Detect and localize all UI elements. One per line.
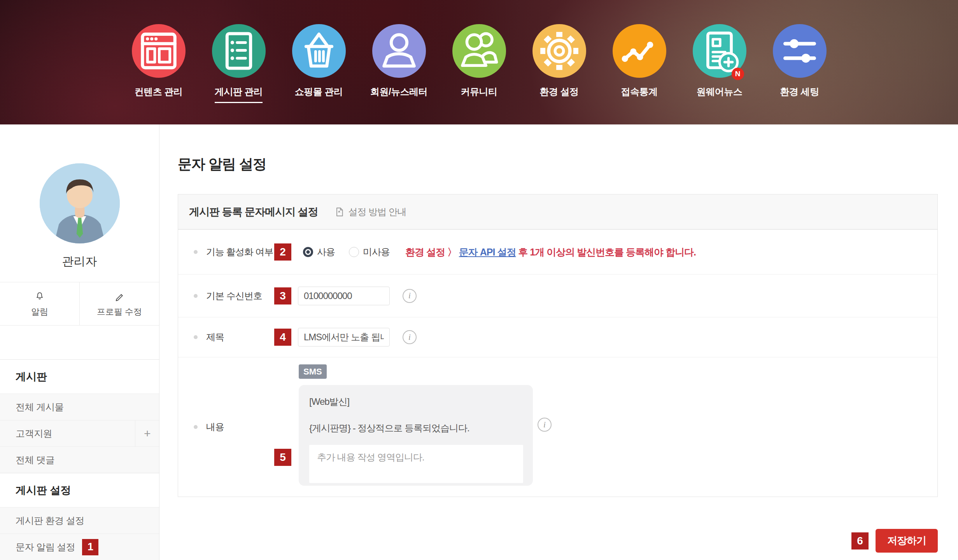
nav-item-shop-management[interactable]: 쇼핑몰 관리	[279, 24, 359, 103]
nav-label: 커뮤니티	[461, 86, 497, 103]
warning-text: 환경 설정 〉 문자 API 설정 후 1개 이상의 발신번호를 등록해야 합니…	[405, 246, 696, 259]
radio-not-use[interactable]: 미사용	[349, 246, 390, 258]
radio-selected-icon[interactable]	[303, 247, 313, 257]
notifications-label: 알림	[31, 306, 48, 318]
nav-item-env-setting[interactable]: 환경 세팅	[760, 24, 840, 103]
nav-label: 회원/뉴스레터	[370, 86, 427, 103]
bell-icon	[33, 290, 46, 303]
sms-settings-panel: 게시판 등록 문자메시지 설정 설정 방법 안내 기능 활성화 여부	[178, 194, 938, 497]
edit-profile-label: 프로필 수정	[97, 306, 142, 318]
menu-item-label: 전체 게시물	[16, 401, 64, 413]
content-textarea[interactable]: 추가 내용 작성 영역입니다.	[309, 445, 523, 483]
menu-item-label: 고객지원	[0, 420, 135, 446]
nav-item-member-newsletter[interactable]: 회원/뉴스레터	[359, 24, 439, 103]
guide-link[interactable]: 설정 방법 안내	[335, 206, 406, 218]
step-5-badge: 5	[274, 449, 291, 466]
sms-api-settings-link[interactable]: 문자 API 설정	[459, 247, 516, 257]
member-newsletter-icon	[372, 24, 426, 78]
notifications-button[interactable]: 알림	[0, 282, 80, 325]
nav-item-statistics[interactable]: 접속통계	[599, 24, 680, 103]
radio-not-use-label: 미사용	[363, 246, 390, 258]
new-badge: N	[732, 68, 744, 80]
warning-post: 후 1개 이상의 발신번호를 등록해야 합니다.	[516, 247, 696, 257]
menu-section-board-settings: 게시판 설정	[0, 473, 159, 507]
nav-item-settings[interactable]: 환경 설정	[519, 24, 599, 103]
row-message-content: 내용 5 SMS [Web발신] {게시판명} - 정상적으로 등록되었습니다.…	[178, 357, 937, 497]
menu-item-label: 문자 알림 설정	[16, 541, 75, 553]
subject-input[interactable]	[298, 328, 390, 346]
side-menu: 게시판 전체 게시물 고객지원 + 전체 댓글 게시판 설정 게시판 환경 설정…	[0, 359, 159, 560]
menu-item-label: 게시판 환경 설정	[16, 514, 84, 527]
nav-item-content-management[interactable]: 컨텐츠 관리	[119, 24, 199, 103]
message-preview-box: [Web발신] {게시판명} - 정상적으로 등록되었습니다. 추가 내용 작성…	[299, 385, 533, 486]
radio-use[interactable]: 사용	[303, 246, 335, 258]
info-icon[interactable]: i	[403, 330, 417, 344]
row-enable-feature: 기능 활성화 여부 2 사용 미사용 환경 설정 〉 문자 API 설정 후 1…	[178, 229, 937, 274]
bullet-icon	[194, 425, 198, 429]
subject-label: 제목	[206, 331, 224, 343]
enable-radio-group: 사용 미사용	[303, 246, 390, 258]
info-icon[interactable]: i	[538, 418, 552, 432]
edit-profile-button[interactable]: 프로필 수정	[80, 282, 159, 325]
sliders-icon	[773, 24, 827, 78]
sidebar: 관리자 알림 프로필 수정 게시판 전체 게시물	[0, 124, 159, 560]
main-content: 문자 알림 설정 게시판 등록 문자메시지 설정 설정 방법 안내	[160, 124, 958, 560]
nav-item-oneware-news[interactable]: N 원웨어뉴스	[680, 24, 760, 103]
profile-actions: 알림 프로필 수정	[0, 282, 159, 326]
community-icon	[452, 24, 506, 78]
top-nav: 컨텐츠 관리 게시판 관리	[0, 0, 958, 103]
bullet-icon	[194, 294, 198, 298]
page-title: 문자 알림 설정	[178, 155, 958, 174]
nav-label: 원웨어뉴스	[697, 86, 743, 103]
save-button[interactable]: 저장하기	[876, 529, 938, 553]
step-6-badge: 6	[851, 532, 869, 550]
phone-input[interactable]	[298, 287, 390, 305]
menu-section-board: 게시판	[0, 359, 159, 394]
menu-item-label: 전체 댓글	[16, 454, 54, 466]
guide-link-label: 설정 방법 안내	[349, 206, 406, 218]
board-management-icon	[212, 24, 266, 78]
menu-item-board-env-settings[interactable]: 게시판 환경 설정	[0, 507, 159, 534]
profile-name: 관리자	[0, 254, 159, 270]
add-board-button[interactable]: +	[135, 420, 159, 446]
row-subject: 제목 4 i	[178, 317, 937, 357]
settings-gear-icon	[532, 24, 586, 78]
statistics-icon	[613, 24, 666, 78]
step-3-badge: 3	[274, 287, 291, 304]
menu-item-all-comments[interactable]: 전체 댓글	[0, 446, 159, 473]
content-management-icon	[132, 24, 186, 78]
phone-label: 기본 수신번호	[206, 290, 262, 302]
nav-label-active: 게시판 관리	[215, 86, 263, 103]
info-icon[interactable]: i	[403, 289, 417, 303]
pencil-icon	[113, 290, 126, 303]
nav-label: 접속통계	[621, 86, 658, 103]
sms-tag: SMS	[299, 364, 327, 379]
message-content-col: SMS [Web발신] {게시판명} - 정상적으로 등록되었습니다. 추가 내…	[299, 357, 533, 486]
top-banner: 컨텐츠 관리 게시판 관리	[0, 0, 958, 124]
bullet-icon	[194, 335, 198, 339]
menu-item-customer-support[interactable]: 고객지원 +	[0, 420, 159, 446]
step-2-badge: 2	[274, 243, 291, 261]
avatar	[40, 163, 120, 243]
nav-label: 환경 세팅	[780, 86, 819, 103]
nav-item-board-management[interactable]: 게시판 관리	[199, 24, 279, 103]
bullet-icon	[194, 250, 198, 254]
menu-item-all-posts[interactable]: 전체 게시물	[0, 394, 159, 420]
message-line-2: {게시판명} - 정상적으로 등록되었습니다.	[309, 422, 523, 434]
warning-pre: 환경 설정 〉	[405, 247, 459, 257]
step-1-badge: 1	[82, 539, 98, 555]
radio-use-label: 사용	[317, 246, 335, 258]
shop-management-icon	[292, 24, 346, 78]
panel-header: 게시판 등록 문자메시지 설정 설정 방법 안내	[178, 194, 937, 229]
save-row: 6 저장하기	[160, 529, 938, 553]
menu-item-sms-notification-settings[interactable]: 문자 알림 설정 1	[0, 534, 159, 560]
enable-label: 기능 활성화 여부	[206, 246, 273, 258]
panel-title: 게시판 등록 문자메시지 설정	[189, 205, 318, 219]
content-label: 내용	[206, 421, 224, 433]
field-label-col: 내용	[178, 421, 298, 433]
radio-unselected-icon[interactable]	[349, 247, 359, 257]
nav-label: 컨텐츠 관리	[135, 86, 183, 103]
document-icon	[335, 207, 345, 217]
message-line-1: [Web발신]	[309, 396, 523, 408]
nav-item-community[interactable]: 커뮤니티	[439, 24, 519, 103]
